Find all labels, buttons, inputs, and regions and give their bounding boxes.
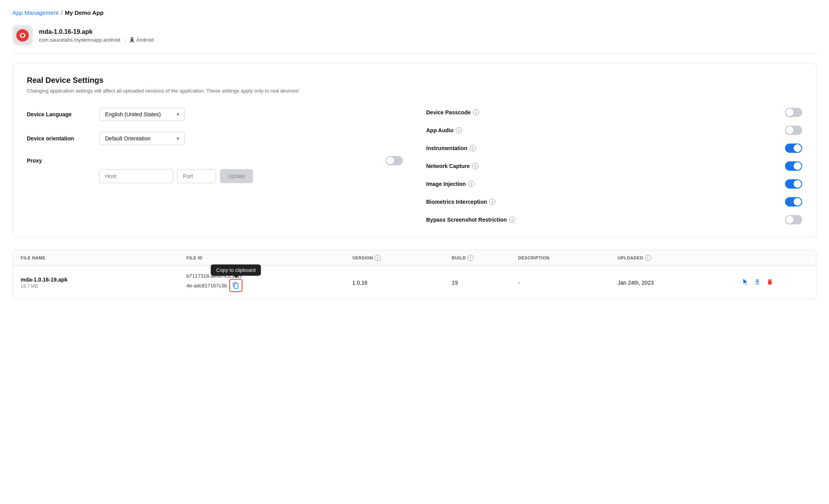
td-file-id: b7117318-ae6e-45c1-a3 4e-adc817167c3b Co… xyxy=(186,273,352,292)
image-injection-toggle[interactable] xyxy=(785,179,802,189)
proxy-row-top: Proxy xyxy=(27,156,403,165)
info-icon[interactable]: i xyxy=(473,109,479,116)
device-language-row: Device Language English (United States) … xyxy=(27,108,403,121)
app-icon xyxy=(12,25,33,46)
bypass-screenshot-toggle[interactable] xyxy=(785,215,802,224)
download-action-icon[interactable] xyxy=(754,278,761,287)
copy-to-clipboard-button[interactable] xyxy=(229,279,242,292)
proxy-inputs: Update xyxy=(99,169,403,183)
proxy-host-input[interactable] xyxy=(99,169,173,183)
biometrics-toggle[interactable] xyxy=(785,197,802,206)
copy-icon xyxy=(232,282,239,289)
table-row: mda-1.0.16-19.apk 18.7 MB b7117318-ae6e-… xyxy=(13,266,816,299)
app-audio-toggle[interactable] xyxy=(785,126,802,135)
info-icon[interactable]: i xyxy=(468,181,474,187)
device-orientation-row: Device orientation Default Orientation ▾ xyxy=(27,132,403,145)
th-build: BUILD i xyxy=(452,255,518,261)
td-build: 19 xyxy=(452,280,518,286)
android-badge: Android xyxy=(129,37,154,43)
network-capture-toggle[interactable] xyxy=(785,161,802,171)
toggle-label: Biometrics Interception xyxy=(426,199,487,205)
breadcrumb: App Management / My Demo App xyxy=(12,9,817,16)
instrumentation-toggle[interactable] xyxy=(785,144,802,153)
toggle-label: Image Injection xyxy=(426,181,466,187)
chevron-down-icon: ▾ xyxy=(177,112,179,117)
toggle-row-biometrics: Biometrics Interception i xyxy=(426,197,802,206)
version-info-icon[interactable]: i xyxy=(374,255,381,261)
proxy-toggle-knob xyxy=(386,157,394,164)
proxy-section: Proxy Update xyxy=(27,156,403,183)
toggle-row-instrumentation: Instrumentation i xyxy=(426,144,802,153)
app-package: com.saucelabs.mydemoapp.android xyxy=(39,37,120,43)
toggle-row-image-injection: Image Injection i xyxy=(426,179,802,189)
settings-title: Real Device Settings xyxy=(27,76,802,85)
build-info-icon[interactable]: i xyxy=(467,255,474,261)
td-version: 1.0.16 xyxy=(352,280,452,286)
settings-right: Device Passcode i App Audio i Instrument… xyxy=(426,108,802,224)
td-file-name: mda-1.0.16-19.apk 18.7 MB xyxy=(21,276,186,289)
delete-action-icon[interactable] xyxy=(766,278,773,287)
settings-grid: Device Language English (United States) … xyxy=(27,108,802,224)
breadcrumb-separator: / xyxy=(61,9,62,16)
proxy-label: Proxy xyxy=(27,158,93,164)
meta-divider: | xyxy=(124,37,125,43)
device-language-value: English (United States) xyxy=(105,111,161,117)
info-icon[interactable]: i xyxy=(472,163,478,169)
app-platform: Android xyxy=(136,37,154,43)
info-icon[interactable]: i xyxy=(456,127,462,133)
toggle-label: App Audio xyxy=(426,127,453,133)
th-file-name: FILE NAME xyxy=(21,255,186,261)
toggle-label: Device Passcode xyxy=(426,109,471,116)
settings-subtitle: Changing application settings will affec… xyxy=(27,88,802,94)
device-language-label: Device Language xyxy=(27,111,93,117)
th-uploaded: UPLOADED i xyxy=(618,255,742,261)
breadcrumb-link[interactable]: App Management xyxy=(12,9,58,16)
td-description: - xyxy=(518,280,618,286)
toggle-label: Instrumentation xyxy=(426,145,467,151)
uploaded-info-icon[interactable]: i xyxy=(645,255,651,261)
toggle-row-app-audio: App Audio i xyxy=(426,126,802,135)
file-id-line2: 4e-adc817167c3b xyxy=(186,283,227,289)
app-meta: com.saucelabs.mydemoapp.android | Androi… xyxy=(39,37,154,43)
device-orientation-label: Device orientation xyxy=(27,135,93,142)
toggle-row-network-capture: Network Capture i xyxy=(426,161,802,171)
table-header: FILE NAME FILE ID VERSION i BUILD i DESC… xyxy=(13,250,816,266)
device-passcode-toggle[interactable] xyxy=(785,108,802,117)
chevron-down-icon-2: ▾ xyxy=(177,136,179,141)
device-orientation-value: Default Orientation xyxy=(105,135,151,142)
proxy-toggle-switch[interactable] xyxy=(386,156,403,165)
toggle-label: Bypass Screenshot Restriction xyxy=(426,217,507,223)
proxy-port-input[interactable] xyxy=(177,169,216,183)
toggle-row-bypass-screenshot: Bypass Screenshot Restriction i xyxy=(426,215,802,224)
settings-left: Device Language English (United States) … xyxy=(27,108,403,224)
file-size: 18.7 MB xyxy=(21,284,186,289)
info-icon[interactable]: i xyxy=(489,199,495,205)
device-orientation-dropdown[interactable]: Default Orientation ▾ xyxy=(99,132,185,145)
svg-point-2 xyxy=(21,34,24,37)
info-icon[interactable]: i xyxy=(509,217,515,223)
proxy-toggle[interactable] xyxy=(386,156,403,165)
th-file-id: FILE ID xyxy=(186,255,352,261)
app-header: mda-1.0.16-19.apk com.saucelabs.mydemoap… xyxy=(12,25,817,54)
th-actions xyxy=(742,255,808,261)
device-language-dropdown[interactable]: English (United States) ▾ xyxy=(99,108,185,121)
file-name-main: mda-1.0.16-19.apk xyxy=(21,276,186,283)
td-uploaded: Jan 24th, 2023 xyxy=(618,280,742,286)
toggle-label: Network Capture xyxy=(426,163,470,169)
td-actions xyxy=(742,278,808,287)
app-info: mda-1.0.16-19.apk com.saucelabs.mydemoap… xyxy=(39,28,154,43)
th-description: DESCRIPTION xyxy=(518,255,618,261)
app-filename: mda-1.0.16-19.apk xyxy=(39,28,154,35)
android-icon xyxy=(129,37,135,42)
update-button[interactable]: Update xyxy=(220,169,253,183)
toggle-row-device-passcode: Device Passcode i xyxy=(426,108,802,117)
cursor-action-icon[interactable] xyxy=(742,279,748,287)
info-icon[interactable]: i xyxy=(470,145,476,151)
copy-btn-wrapper: Copy to clipboard xyxy=(229,279,242,292)
settings-card: Real Device Settings Changing applicatio… xyxy=(12,63,817,237)
th-version: VERSION i xyxy=(352,255,452,261)
breadcrumb-current: My Demo App xyxy=(65,9,104,16)
file-id-line1: b7117318-ae6e-45c1-a3 xyxy=(186,273,352,279)
files-table: FILE NAME FILE ID VERSION i BUILD i DESC… xyxy=(12,250,817,299)
